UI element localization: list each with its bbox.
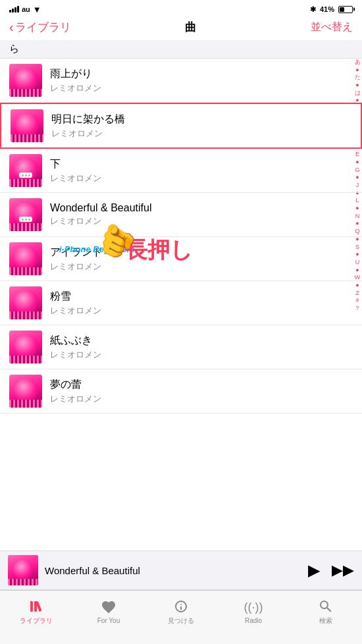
song-item[interactable]: 夢の蕾 レミオロメン [0,369,362,414]
song-item[interactable]: 明日に架かる橋 レミオロメン [0,103,362,149]
album-art [9,286,42,319]
song-artist: レミオロメン [50,305,353,317]
album-art [9,198,42,231]
library-icon-wrapper [28,598,44,615]
song-title: 雨上がり [50,67,353,81]
album-art [9,64,42,97]
song-artist: レミオロメン [50,173,353,184]
song-artist: レミオロメン [50,393,353,405]
song-artist: レミオロメン [50,82,353,94]
library-icon [28,599,44,614]
song-title: 下 [50,157,353,171]
bluetooth-icon: ✱ [310,5,316,14]
song-info: 紙ふぶき レミオロメン [50,334,353,361]
fast-forward-button[interactable]: ▶▶ [332,562,354,579]
song-info: 明日に架かる橋 レミオロメン [51,113,351,140]
song-title: 明日に架かる橋 [51,113,351,126]
status-bar: au ▼ ✱ 41% [0,0,362,17]
page-title: 曲 [185,20,196,35]
song-info: 雨上がり レミオロメン [50,67,353,94]
song-info: 粉雪 レミオロメン [50,290,353,317]
status-left: au ▼ [9,5,41,14]
song-item[interactable]: アイランド レミオロメン [0,237,362,281]
svg-rect-0 [30,601,33,612]
song-info: Wonderful & Beautiful レミオロメン [50,202,353,227]
song-artist: レミオロメン [50,261,353,273]
battery-icon [338,6,353,13]
battery-container [338,6,353,13]
back-label: ライブラリ [15,20,71,35]
library-label: ライブラリ [20,616,53,626]
album-art [9,375,42,408]
radio-icon-wrapper: ((·)) [244,599,263,616]
sort-button[interactable]: 並べ替え [311,20,353,34]
song-artist: レミオロメン [50,349,353,361]
tab-bar: ライブラリ For You 見つける ((·)) Radio 検索 [0,590,362,644]
tab-library[interactable]: ライブラリ [0,591,72,632]
battery-percent: 41% [320,5,334,13]
song-title: 粉雪 [50,290,353,304]
song-info: 下 レミオロメン [50,157,353,184]
foryou-icon [101,599,116,615]
battery-fill [340,7,344,12]
wifi-icon: ▼ [33,5,41,14]
song-item[interactable]: 紙ふぶき レミオロメン [0,325,362,369]
tab-search[interactable]: 検索 [290,591,362,632]
song-title: Wonderful & Beautiful [50,202,353,214]
search-icon [318,599,334,614]
nav-bar: ‹ ライブラリ 曲 並べ替え [0,17,362,40]
radio-icon: ((·)) [244,601,263,614]
song-info: 夢の蕾 レミオロメン [50,378,353,405]
song-artist: レミオロメン [51,128,351,140]
play-button[interactable]: ▶ [308,561,320,579]
search-icon-wrapper [318,598,334,615]
song-artist: レミオロメン [50,215,353,227]
foryou-icon-wrapper [101,599,116,616]
song-item[interactable]: Wonderful & Beautiful レミオロメン [0,193,362,237]
section-header-label: ら [9,43,19,54]
status-right: ✱ 41% [310,5,353,14]
browse-label: 見つける [168,616,194,626]
song-item[interactable]: 粉雪 レミオロメン [0,281,362,325]
song-item[interactable]: 下 レミオロメン [0,149,362,193]
browse-icon-wrapper [173,598,189,615]
section-header: ら [0,40,362,59]
song-item[interactable]: 雨上がり レミオロメン [0,59,362,103]
search-label: 検索 [319,616,332,626]
now-playing-art [8,555,38,585]
album-art [9,154,42,187]
now-playing-title: Wonderful & Beautiful [45,565,308,576]
signal-bars [9,6,19,13]
now-playing-bar[interactable]: Wonderful & Beautiful ▶ ▶▶ [0,550,362,590]
song-info: アイランド レミオロメン [50,246,353,273]
now-playing-controls: ▶ ▶▶ [308,561,354,579]
radio-label: Radio [245,617,262,624]
song-title: アイランド [50,246,353,259]
back-button[interactable]: ‹ ライブラリ [9,20,71,35]
tab-foryou[interactable]: For You [72,591,145,632]
carrier-label: au [22,5,30,13]
tab-radio[interactable]: ((·)) Radio [217,591,290,632]
song-list: あ●た●は●や●A●C●E●G●J●L●N●Q●S●U●W●Z#? 雨上がり レ… [0,59,362,414]
song-title: 紙ふぶき [50,334,353,348]
song-title: 夢の蕾 [50,378,353,392]
album-art [11,109,43,142]
album-art [9,331,42,363]
browse-icon [173,599,189,614]
back-arrow-icon: ‹ [9,20,14,35]
album-art [9,242,42,275]
foryou-label: For You [97,617,120,624]
tab-browse[interactable]: 見つける [145,591,217,632]
